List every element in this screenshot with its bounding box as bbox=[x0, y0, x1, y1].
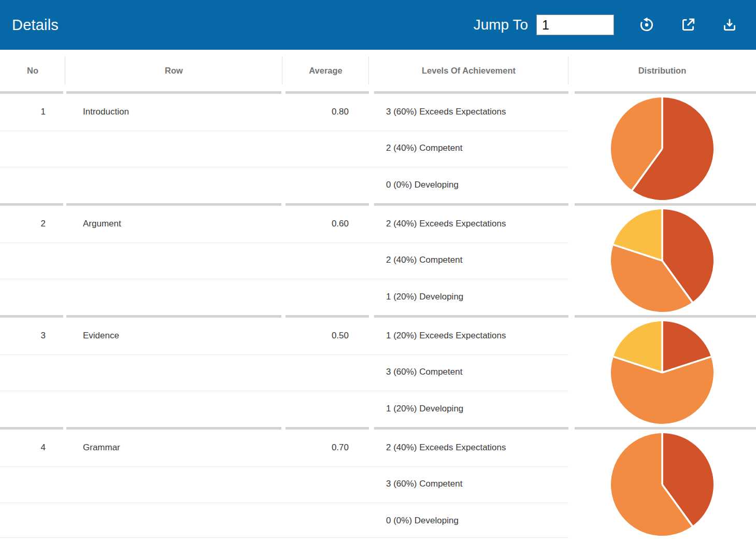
table-row: 2 Argument 0.60 2 (40%) Exceeds Expectat… bbox=[0, 203, 756, 315]
row-title: Evidence bbox=[65, 318, 282, 427]
distribution-pie-chart bbox=[610, 320, 715, 425]
row-average: 0.60 bbox=[282, 206, 369, 315]
toolbar-actions: Jump To bbox=[474, 15, 738, 35]
jump-to-input[interactable] bbox=[536, 15, 614, 35]
level-item: 3 (60%) Competent bbox=[369, 354, 568, 390]
level-item: 1 (20%) Exceeds Expectations bbox=[369, 318, 568, 354]
level-divider bbox=[0, 131, 568, 131]
level-item: 0 (0%) Developing bbox=[369, 167, 568, 203]
column-header-row: Row bbox=[65, 50, 282, 91]
table-row: 1 Introduction 0.80 3 (60%) Exceeds Expe… bbox=[0, 91, 756, 203]
level-divider bbox=[0, 391, 568, 391]
jump-to-label: Jump To bbox=[474, 17, 528, 33]
level-item: 2 (40%) Exceeds Expectations bbox=[369, 430, 568, 466]
open-in-new-icon bbox=[680, 17, 696, 33]
level-item: 0 (0%) Developing bbox=[369, 503, 568, 539]
distribution-cell bbox=[568, 318, 756, 427]
level-divider bbox=[0, 243, 568, 243]
download-button[interactable] bbox=[721, 16, 738, 34]
row-average: 0.70 bbox=[282, 430, 369, 539]
level-item: 2 (40%) Competent bbox=[369, 130, 568, 166]
table-row: 4 Grammar 0.70 2 (40%) Exceeds Expectati… bbox=[0, 427, 756, 539]
levels-list: 1 (20%) Exceeds Expectations 3 (60%) Com… bbox=[369, 318, 568, 427]
row-number: 1 bbox=[0, 94, 65, 203]
level-item: 1 (20%) Developing bbox=[369, 279, 568, 315]
level-divider bbox=[0, 466, 568, 467]
levels-list: 2 (40%) Exceeds Expectations 3 (60%) Com… bbox=[369, 430, 568, 539]
row-title: Argument bbox=[65, 206, 282, 315]
levels-list: 2 (40%) Exceeds Expectations 2 (40%) Com… bbox=[369, 206, 568, 315]
distribution-cell bbox=[568, 206, 756, 315]
column-header-distribution: Distribution bbox=[568, 50, 756, 91]
level-divider bbox=[0, 537, 568, 538]
distribution-pie-chart bbox=[610, 96, 715, 201]
level-item: 3 (60%) Competent bbox=[369, 466, 568, 502]
row-number: 3 bbox=[0, 318, 65, 427]
row-title: Introduction bbox=[65, 94, 282, 203]
row-number: 4 bbox=[0, 430, 65, 539]
column-header-no: No bbox=[0, 50, 65, 91]
open-in-new-button[interactable] bbox=[679, 16, 697, 34]
level-divider bbox=[0, 354, 568, 355]
level-item: 2 (40%) Competent bbox=[369, 242, 568, 278]
row-number: 2 bbox=[0, 206, 65, 315]
table-row: 3 Evidence 0.50 1 (20%) Exceeds Expectat… bbox=[0, 315, 756, 427]
row-average: 0.50 bbox=[282, 318, 369, 427]
details-toolbar: Details Jump To bbox=[0, 0, 756, 50]
history-icon bbox=[638, 17, 655, 33]
levels-list: 3 (60%) Exceeds Expectations 2 (40%) Com… bbox=[369, 94, 568, 203]
distribution-cell bbox=[568, 430, 756, 539]
row-average: 0.80 bbox=[282, 94, 369, 203]
history-button[interactable] bbox=[638, 16, 655, 34]
page-title: Details bbox=[12, 17, 59, 34]
distribution-cell bbox=[568, 94, 756, 203]
level-divider bbox=[0, 167, 568, 167]
column-header-levels: Levels Of Achievement bbox=[369, 50, 568, 91]
distribution-pie-chart bbox=[610, 208, 715, 313]
level-item: 2 (40%) Exceeds Expectations bbox=[369, 206, 568, 242]
table-header: No Row Average Levels Of Achievement Dis… bbox=[0, 50, 756, 91]
level-item: 1 (20%) Developing bbox=[369, 391, 568, 427]
level-divider bbox=[0, 503, 568, 503]
column-header-average: Average bbox=[282, 50, 369, 91]
download-icon bbox=[721, 17, 738, 33]
row-title: Grammar bbox=[65, 430, 282, 539]
level-item: 3 (60%) Exceeds Expectations bbox=[369, 94, 568, 130]
level-divider bbox=[0, 279, 568, 279]
distribution-pie-chart bbox=[610, 432, 715, 537]
